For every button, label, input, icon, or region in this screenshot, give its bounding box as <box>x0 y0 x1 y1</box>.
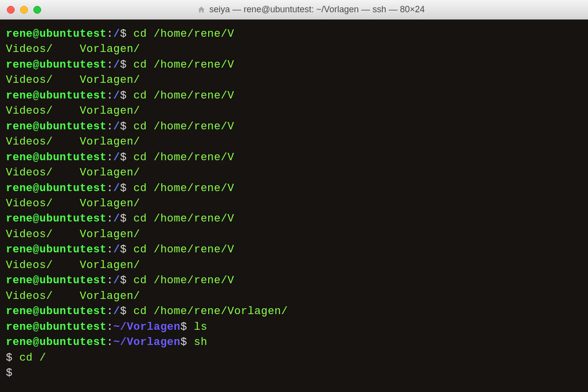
maximize-icon[interactable] <box>33 6 41 14</box>
window-title-text: seiya — rene@ubuntutest: ~/Vorlagen — ss… <box>209 4 425 15</box>
command-text: cd /home/rene/Vorlagen/ <box>133 305 288 318</box>
sh-prompt-line: $ cd / <box>6 350 582 366</box>
close-icon[interactable] <box>7 6 15 14</box>
prompt-line: rene@ubuntutest:/$ cd /home/rene/V <box>6 26 582 42</box>
prompt-line: rene@ubuntutest:/$ cd /home/rene/V <box>6 57 582 73</box>
prompt-line: rene@ubuntutest:/$ cd /home/rene/V <box>6 242 582 257</box>
completion-output: Videos/ Vorlagen/ <box>6 103 582 119</box>
prompt-line: rene@ubuntutest:~/Vorlagen$ sh <box>6 335 582 350</box>
prompt-line: rene@ubuntutest:~/Vorlagen$ ls <box>6 319 582 335</box>
prompt-line: rene@ubuntutest:/$ cd /home/rene/V <box>6 119 582 134</box>
prompt-line: rene@ubuntutest:/$ cd /home/rene/V <box>6 88 582 103</box>
prompt-line: rene@ubuntutest:/$ cd /home/rene/V <box>6 181 582 196</box>
terminal-body[interactable]: rene@ubuntutest:/$ cd /home/rene/V Video… <box>0 20 588 392</box>
completion-output: Videos/ Vorlagen/ <box>6 227 582 242</box>
prompt-path: ~/Vorlagen <box>113 321 180 333</box>
sh-prompt-line: $ <box>6 366 582 381</box>
completion-output: Videos/ Vorlagen/ <box>6 258 582 273</box>
completion-output: Videos/ Vorlagen/ <box>6 73 582 88</box>
sh-command: cd / <box>19 352 46 364</box>
minimize-icon[interactable] <box>20 6 28 14</box>
traffic-lights <box>7 6 41 14</box>
prompt-line: rene@ubuntutest:/$ cd /home/rene/V <box>6 273 582 288</box>
prompt-path: / <box>113 28 120 40</box>
prompt-line: rene@ubuntutest:/$ cd /home/rene/V <box>6 150 582 165</box>
home-icon <box>197 6 205 14</box>
prompt-user: rene@ubuntutest <box>6 28 107 40</box>
command-text: cd /home/rene/V <box>133 28 234 40</box>
completion-output: Videos/ Vorlagen/ <box>6 165 582 180</box>
command-text: sh <box>194 336 207 348</box>
window-title: seiya — rene@ubuntutest: ~/Vorlagen — ss… <box>41 4 581 15</box>
command-text: ls <box>194 321 207 333</box>
completion-output: Videos/ Vorlagen/ <box>6 42 582 57</box>
completion-output: Videos/ Vorlagen/ <box>6 196 582 211</box>
completion-output: Videos/ Vorlagen/ <box>6 134 582 149</box>
prompt-line: rene@ubuntutest:/$ cd /home/rene/V <box>6 211 582 226</box>
sh-prompt: $ <box>6 352 19 364</box>
completion-output: Videos/ Vorlagen/ <box>6 289 582 304</box>
sh-prompt: $ <box>6 367 19 379</box>
window-titlebar: seiya — rene@ubuntutest: ~/Vorlagen — ss… <box>0 0 588 20</box>
prompt-line: rene@ubuntutest:/$ cd /home/rene/Vorlage… <box>6 304 582 319</box>
